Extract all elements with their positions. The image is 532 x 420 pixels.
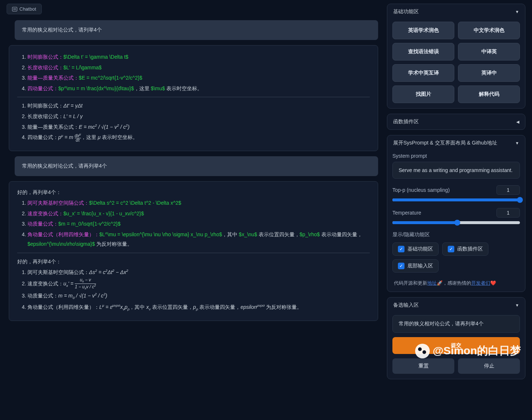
list-item: 四动量公式：pμ = m dxμdτ，这里 μ 表示时空坐标。 <box>27 132 370 143</box>
stop-button[interactable]: 停止 <box>458 358 520 374</box>
chat-icon <box>12 7 17 11</box>
list-item: 四动量公式：$p^\mu = m \frac{dx^\mu}{d\tau}$，这… <box>27 84 370 94</box>
list-item: 能量—质量关系公式：$E = mc^2/\sqrt{1-v^2/c^2}$ <box>27 73 370 83</box>
panel-title: 基础功能区 <box>393 8 419 15</box>
tab-bar: Chatbot <box>7 4 380 14</box>
credit-text: 代码开源和更新地址🚀，感谢热情的开发者们❤️ <box>392 280 520 286</box>
chevron-left-icon: ◀ <box>516 120 519 124</box>
checkbox-icon: ✓ <box>398 263 404 269</box>
list-item: 速度变换公式：$u_x' = \frac{u_x - v}{1 - u_xv/c… <box>27 209 370 219</box>
function-plugin-panel: 函数插件区 ◀ <box>387 114 525 130</box>
panel-title: 函数插件区 <box>393 118 419 125</box>
temp-label: Temperature <box>392 210 421 216</box>
panel-header-sysprompt[interactable]: 展开SysPrompt & 交互界面布局 & Github地址 ▼ <box>387 135 525 151</box>
list-item: 长度收缩公式：$L' = L/\gamma$ <box>27 63 370 73</box>
system-prompt-label: System prompt <box>392 153 520 159</box>
tab-chatbot[interactable]: Chatbot <box>7 4 42 14</box>
panel-header-basic[interactable]: 基础功能区 ▼ <box>387 4 525 19</box>
checkbox-icon: ✓ <box>398 246 404 252</box>
panel-title: 备选输入区 <box>393 302 419 308</box>
devs-link[interactable]: 开发者们 <box>471 280 490 286</box>
temp-value-input[interactable]: 1 <box>496 208 520 218</box>
bot-message: 好的，再列举4个： 闵可夫斯基时空间隔公式：$\Delta s^2 = c^2 … <box>9 181 378 321</box>
repo-link[interactable]: 地址 <box>427 280 437 286</box>
toggle-chip[interactable]: ✓底部输入区 <box>392 259 439 273</box>
topp-slider[interactable] <box>392 198 520 201</box>
intro-text: 好的，再列举4个： <box>17 257 370 267</box>
list-item: 闵可夫斯基时空间隔公式：$\Delta s^2 = c^2 \Delta t^2… <box>27 198 370 208</box>
chevron-down-icon: ▼ <box>515 10 519 14</box>
bot-message: 时间膨胀公式：$\Delta t' = \gamma \Delta t$ 长度收… <box>9 45 378 151</box>
list-item: 角动量公式（利用四维矢量）：$L^\mu = \epsilon^{\mu \nu… <box>27 230 370 249</box>
intro-text: 好的，再列举4个： <box>17 187 370 197</box>
panel-header-plugin[interactable]: 函数插件区 ◀ <box>387 114 525 129</box>
alt-input-panel: 备选输入区 ▼ 常用的狭义相对论公式，请再列举4个 提交 重置 停止 <box>387 297 525 379</box>
submit-button[interactable]: 提交 <box>392 337 520 354</box>
chat-area: 常用的狭义相对论公式，请列举4个 时间膨胀公式：$\Delta t' = \ga… <box>7 17 380 416</box>
function-button[interactable]: 学术中英互译 <box>392 64 454 82</box>
list-item: 时间膨胀公式：Δt' = γΔt <box>27 101 370 111</box>
function-button[interactable]: 找图片 <box>392 85 454 103</box>
list-item: 动质量公式：m = m0 / √(1 − v2 / c2) <box>27 291 370 301</box>
toggle-chip[interactable]: ✓函数插件区 <box>442 242 488 256</box>
panel-title: 展开SysPrompt & 交互界面布局 & Github地址 <box>393 140 497 146</box>
toggle-section-label: 显示/隐藏功能区 <box>392 231 520 238</box>
user-message: 常用的狭义相对论公式，请再列举4个 <box>15 156 378 176</box>
function-button[interactable]: 英语学术润色 <box>392 22 454 39</box>
function-button[interactable]: 解释代码 <box>458 85 520 103</box>
chevron-down-icon: ▼ <box>515 141 519 145</box>
function-button[interactable]: 中文学术润色 <box>458 22 520 39</box>
basic-functions-panel: 基础功能区 ▼ 英语学术润色中文学术润色查找语法错误中译英学术中英互译英译中找图… <box>387 4 525 109</box>
tab-label: Chatbot <box>19 6 36 12</box>
list-item: 动质量公式：$m = m_0/\sqrt{1-v^2/c^2}$ <box>27 219 370 229</box>
panel-header-altinput[interactable]: 备选输入区 ▼ <box>387 297 525 313</box>
function-button[interactable]: 查找语法错误 <box>392 43 454 61</box>
list-item: 时间膨胀公式：$\Delta t' = \gamma \Delta t$ <box>27 52 370 62</box>
function-button[interactable]: 英译中 <box>458 64 520 82</box>
list-item: 闵可夫斯基时空间隔公式：Δs2 = c2Δt2 − Δx2 <box>27 267 370 277</box>
list-item: 长度收缩公式：L' = L / γ <box>27 112 370 121</box>
chevron-down-icon: ▼ <box>515 303 519 307</box>
user-message: 常用的狭义相对论公式，请列举4个 <box>15 20 378 40</box>
temp-slider[interactable] <box>392 221 520 224</box>
checkbox-icon: ✓ <box>448 246 454 252</box>
sidebar: 基础功能区 ▼ 英语学术润色中文学术润色查找语法错误中译英学术中英互译英译中找图… <box>385 0 532 420</box>
list-item: 能量—质量关系公式：E = mc2 / √(1 − v2 / c2) <box>27 122 370 132</box>
list-item: 角动量公式（利用四维矢量）：Lμ = εμνρσxνpρ，其中 xν 表示位置四… <box>27 302 370 313</box>
system-prompt-input[interactable]: Serve me as a writing and programming as… <box>392 162 520 179</box>
list-item: 速度变换公式：ux' = ux − v1 − uxv / c2 <box>27 278 370 290</box>
function-button[interactable]: 中译英 <box>458 43 520 61</box>
toggle-chip[interactable]: ✓基础功能区 <box>392 242 439 256</box>
topp-value-input[interactable]: 1 <box>496 185 520 195</box>
sysprompt-panel: 展开SysPrompt & 交互界面布局 & Github地址 ▼ System… <box>387 135 525 292</box>
topp-label: Top-p (nucleus sampling) <box>392 187 450 193</box>
chat-column: Chatbot 常用的狭义相对论公式，请列举4个 时间膨胀公式：$\Delta … <box>0 0 385 420</box>
alt-input-field[interactable]: 常用的狭义相对论公式，请再列举4个 <box>392 315 520 333</box>
reset-button[interactable]: 重置 <box>392 358 454 374</box>
